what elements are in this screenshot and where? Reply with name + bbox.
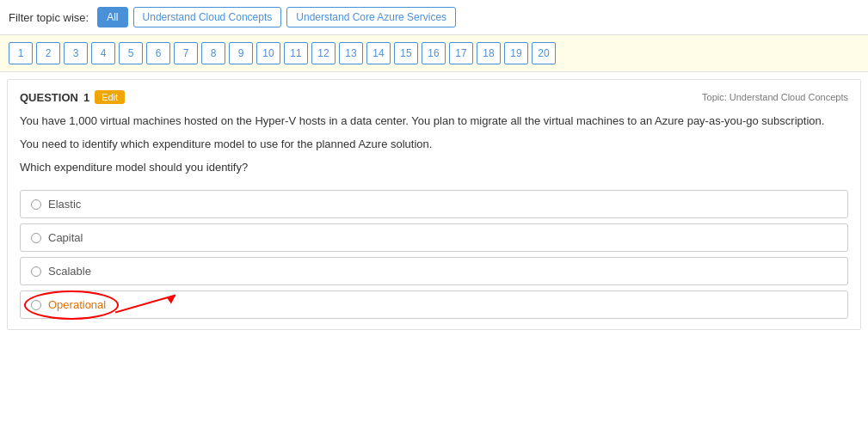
option-elastic[interactable]: Elastic xyxy=(20,190,848,218)
question-number-btn-3[interactable]: 3 xyxy=(64,42,88,64)
filter-azure-button[interactable]: Understand Core Azure Services xyxy=(286,7,456,28)
question-header: QUESTION 1 Edit Topic: Understand Cloud … xyxy=(20,90,848,104)
question-number-btn-19[interactable]: 19 xyxy=(504,42,528,64)
filter-all-button[interactable]: All xyxy=(97,7,127,28)
question-number-btn-13[interactable]: 13 xyxy=(339,42,363,64)
radio-elastic[interactable] xyxy=(31,199,41,210)
filter-bar: Filter topic wise: All Understand Cloud … xyxy=(0,0,868,35)
question-number-btn-5[interactable]: 5 xyxy=(119,42,143,64)
question-paragraph: You have 1,000 virtual machines hosted o… xyxy=(20,113,848,131)
filter-cloud-button[interactable]: Understand Cloud Concepts xyxy=(133,7,282,28)
option-label-scalable: Scalable xyxy=(48,265,91,278)
option-label-operational: Operational xyxy=(48,298,106,311)
edit-button[interactable]: Edit xyxy=(95,90,125,104)
option-capital[interactable]: Capital xyxy=(20,223,848,252)
question-number-btn-14[interactable]: 14 xyxy=(366,42,391,64)
question-text: You have 1,000 virtual machines hosted o… xyxy=(20,113,848,176)
question-label: QUESTION xyxy=(20,91,78,104)
question-number-btn-9[interactable]: 9 xyxy=(229,42,253,64)
option-label-elastic: Elastic xyxy=(48,198,81,211)
question-paragraph: Which expenditure model should you ident… xyxy=(20,159,848,177)
question-number-btn-20[interactable]: 20 xyxy=(532,42,556,64)
svg-line-0 xyxy=(115,295,175,312)
radio-operational[interactable] xyxy=(31,300,41,310)
question-number-btn-7[interactable]: 7 xyxy=(174,42,198,64)
svg-marker-1 xyxy=(167,295,175,303)
question-paragraph: You need to identify which expenditure m… xyxy=(20,136,848,154)
question-number-btn-2[interactable]: 2 xyxy=(36,42,60,64)
option-operational[interactable]: Operational xyxy=(20,290,848,319)
question-number: 1 xyxy=(83,91,89,104)
question-number-btn-4[interactable]: 4 xyxy=(91,42,115,64)
radio-scalable[interactable] xyxy=(31,266,41,277)
option-label-capital: Capital xyxy=(48,231,83,244)
question-number-btn-6[interactable]: 6 xyxy=(146,42,170,64)
question-number-btn-8[interactable]: 8 xyxy=(201,42,225,64)
arrow-annotation xyxy=(115,290,184,319)
question-number-btn-1[interactable]: 1 xyxy=(9,42,33,64)
question-number-btn-10[interactable]: 10 xyxy=(256,42,280,64)
question-number-btn-18[interactable]: 18 xyxy=(477,42,501,64)
question-number-btn-11[interactable]: 11 xyxy=(284,42,308,64)
question-number-btn-15[interactable]: 15 xyxy=(394,42,418,64)
topic-label: Topic: Understand Cloud Concepts xyxy=(702,92,848,102)
question-number-btn-17[interactable]: 17 xyxy=(449,42,473,64)
question-area: QUESTION 1 Edit Topic: Understand Cloud … xyxy=(7,79,861,330)
number-grid: 1234567891011121314151617181920 xyxy=(0,35,868,72)
filter-label: Filter topic wise: xyxy=(9,11,89,24)
option-scalable[interactable]: Scalable xyxy=(20,257,848,285)
question-title: QUESTION 1 Edit xyxy=(20,90,125,104)
question-number-btn-16[interactable]: 16 xyxy=(422,42,446,64)
radio-capital[interactable] xyxy=(31,233,41,243)
options-list: ElasticCapitalScalableOperational xyxy=(20,190,848,319)
question-number-btn-12[interactable]: 12 xyxy=(311,42,336,64)
